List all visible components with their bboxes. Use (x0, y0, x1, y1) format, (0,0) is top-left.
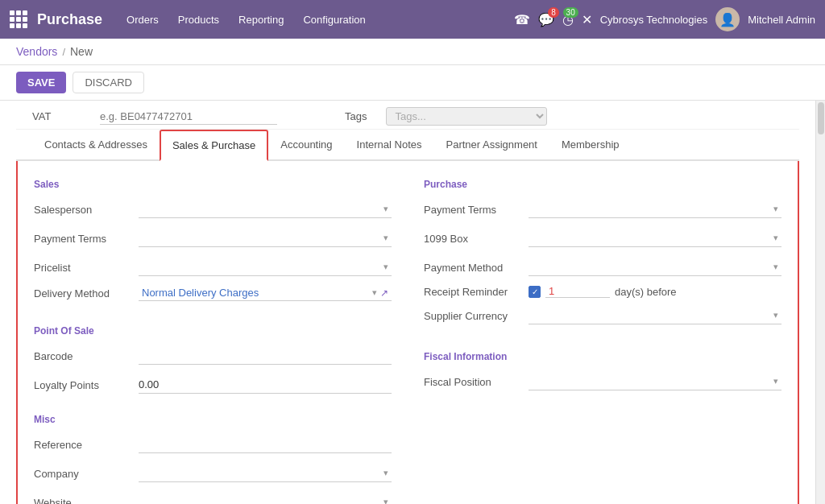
chat-badge: 8 (548, 7, 559, 18)
app-name: Purchase (37, 11, 102, 28)
right-column: Purchase Payment Terms 1099 Box Payment … (424, 174, 781, 504)
fiscal-section-title: Fiscal Information (424, 351, 781, 362)
inner-content: VAT Tags Tags... Contacts & Addresses Sa… (0, 101, 815, 504)
pricelist-label: Pricelist (34, 262, 139, 274)
fiscal-position-value[interactable] (529, 373, 781, 390)
supplier-currency-label: Supplier Currency (424, 310, 529, 322)
fiscal-position-field: Fiscal Position (424, 370, 781, 393)
receipt-reminder-checkbox[interactable]: ✓ (529, 286, 541, 298)
vat-label: VAT (32, 110, 81, 122)
apps-grid-icon[interactable] (10, 10, 27, 28)
content-area: VAT Tags Tags... Contacts & Addresses Sa… (0, 101, 825, 504)
box-1099-value[interactable] (529, 229, 781, 247)
salesperson-value[interactable] (139, 200, 392, 218)
discard-button[interactable]: DISCARD (73, 72, 144, 93)
pos-section-title: Point Of Sale (34, 325, 392, 337)
payment-method-label: Payment Method (424, 262, 529, 274)
loyalty-points-text: 0.00 (139, 378, 159, 390)
pricelist-value[interactable] (139, 258, 392, 276)
delivery-method-text: Normal Delivery Charges (142, 287, 259, 299)
nav-actions: ☎ 💬 8 ◷ 30 ✕ Cybrosys Technologies 👤 Mit… (514, 7, 815, 31)
company-field: Company (34, 462, 392, 485)
barcode-label: Barcode (34, 350, 139, 362)
tab-partner-assignment[interactable]: Partner Assignment (434, 130, 549, 161)
purchase-payment-terms-label: Payment Terms (424, 204, 529, 216)
purchase-payment-terms-field: Payment Terms (424, 198, 781, 221)
close-icon[interactable]: ✕ (582, 12, 592, 27)
tags-label: Tags (345, 110, 367, 122)
receipt-reminder-label: Receipt Reminder (424, 286, 529, 298)
tab-accounting[interactable]: Accounting (268, 130, 344, 161)
delivery-method-icons: ▾ ↗ (372, 287, 388, 299)
subheader: Vendors / New (0, 39, 825, 65)
timer-icon[interactable]: ◷ 30 (562, 12, 574, 27)
salesperson-field: Salesperson (34, 198, 392, 221)
purchase-section-title: Purchase (424, 179, 781, 190)
form-grid: Sales Salesperson Payment Terms Pricelis… (34, 174, 781, 504)
scroll-thumb[interactable] (818, 102, 824, 134)
nav-orders[interactable]: Orders (118, 9, 167, 31)
payment-terms-value[interactable] (139, 229, 392, 247)
phone-icon[interactable]: ☎ (514, 12, 530, 27)
payment-method-field: Payment Method (424, 256, 781, 279)
payment-terms-field: Payment Terms (34, 227, 392, 250)
page-wrapper: Purchase Orders Products Reporting Confi… (0, 0, 825, 504)
tab-internal-notes[interactable]: Internal Notes (345, 130, 434, 161)
box-1099-field: 1099 Box (424, 227, 781, 250)
company-value[interactable] (139, 465, 392, 482)
chat-icon[interactable]: 💬 8 (538, 12, 554, 27)
tab-contacts[interactable]: Contacts & Addresses (32, 130, 160, 161)
sales-section-title: Sales (34, 179, 392, 190)
tab-sales-purchase[interactable]: Sales & Purchase (160, 130, 268, 161)
scrollbar[interactable] (815, 101, 825, 504)
delivery-dropdown-icon[interactable]: ▾ (372, 287, 377, 298)
receipt-reminder-field: Receipt Reminder ✓ 1 day(s) before (424, 285, 781, 298)
reference-label: Reference (34, 439, 139, 451)
top-navigation: Purchase Orders Products Reporting Confi… (0, 0, 825, 39)
timer-badge: 30 (563, 7, 578, 18)
purchase-payment-terms-value[interactable] (529, 200, 781, 218)
delivery-method-value-container[interactable]: Normal Delivery Charges ▾ ↗ (139, 285, 392, 301)
fiscal-position-label: Fiscal Position (424, 376, 529, 388)
payment-method-value[interactable] (529, 258, 781, 276)
supplier-currency-value[interactable] (529, 307, 781, 324)
loyalty-points-field: Loyalty Points 0.00 (34, 374, 392, 396)
delivery-external-link-icon[interactable]: ↗ (380, 287, 388, 299)
box-1099-label: 1099 Box (424, 233, 529, 245)
receipt-reminder-value: ✓ 1 day(s) before (529, 285, 677, 298)
salesperson-label: Salesperson (34, 204, 139, 216)
barcode-value[interactable] (139, 347, 392, 365)
loyalty-points-label: Loyalty Points (34, 379, 139, 391)
website-label: Website (34, 497, 139, 505)
company-label: Company (34, 468, 139, 480)
vat-input[interactable] (100, 109, 277, 125)
tab-membership[interactable]: Membership (549, 130, 632, 161)
save-button[interactable]: SAVE (16, 72, 66, 93)
tags-select[interactable]: Tags... (386, 107, 547, 126)
delivery-method-field: Delivery Method Normal Delivery Charges … (34, 285, 392, 301)
nav-configuration[interactable]: Configuration (295, 9, 373, 31)
nav-products[interactable]: Products (170, 9, 227, 31)
receipt-suffix: day(s) before (615, 286, 677, 298)
user-avatar[interactable]: 👤 (715, 7, 740, 31)
vat-row: VAT Tags Tags... (16, 101, 799, 130)
website-value[interactable] (139, 494, 392, 504)
nav-links: Orders Products Reporting Configuration (118, 9, 508, 31)
receipt-days[interactable]: 1 (545, 285, 610, 298)
company-name: Cybrosys Technologies (600, 14, 707, 26)
reference-value[interactable] (139, 436, 392, 453)
breadcrumb-separator: / (62, 46, 65, 58)
payment-terms-label: Payment Terms (34, 233, 139, 245)
user-name: Mitchell Admin (748, 14, 815, 26)
barcode-field: Barcode (34, 345, 392, 367)
website-field: Website (34, 491, 392, 504)
nav-reporting[interactable]: Reporting (230, 9, 292, 31)
delivery-method-label: Delivery Method (34, 287, 139, 300)
reference-field: Reference (34, 433, 392, 456)
loyalty-points-value-container[interactable]: 0.00 (139, 376, 392, 394)
breadcrumb-parent[interactable]: Vendors (16, 45, 57, 58)
misc-section-title: Misc (34, 414, 392, 425)
supplier-currency-field: Supplier Currency (424, 304, 781, 327)
pricelist-field: Pricelist (34, 256, 392, 279)
toolbar: SAVE DISCARD (0, 65, 825, 101)
